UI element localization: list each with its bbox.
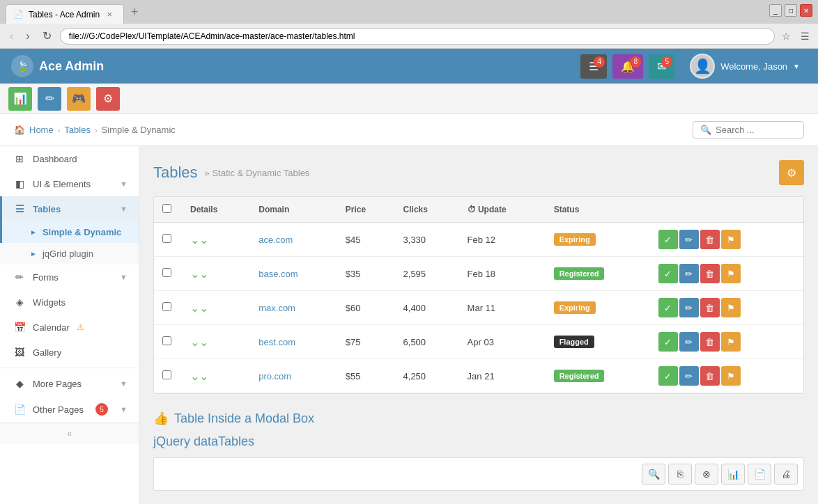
toolbar-btn-game[interactable]: 🎮 (67, 87, 91, 111)
row-clicks-2: 4,400 (395, 291, 459, 325)
row-checkbox-3[interactable] (162, 336, 171, 345)
action-delete-3[interactable]: 🗑 (700, 332, 720, 352)
nav-mail-btn[interactable]: ✉ 5 (649, 54, 674, 79)
page-header: Tables » Static & Dynamic Tables ⚙ (153, 160, 804, 185)
expand-icon-3[interactable]: ⌄⌄ (190, 336, 208, 348)
user-name: Welcome, Jason (720, 61, 787, 72)
toolbar-btn-edit[interactable]: ✏ (38, 87, 61, 111)
action-edit-1[interactable]: ✏ (679, 264, 699, 283)
forward-btn[interactable]: › (22, 27, 33, 45)
action-delete-2[interactable]: 🗑 (700, 298, 720, 317)
action-delete-1[interactable]: 🗑 (700, 264, 720, 283)
action-check-3[interactable]: ✓ (658, 332, 678, 352)
status-badge-2: Expiring (554, 301, 596, 314)
calendar-warning-icon: ⚠ (77, 322, 84, 332)
action-check-1[interactable]: ✓ (658, 264, 678, 283)
action-edit-3[interactable]: ✏ (679, 332, 699, 352)
star-icon[interactable]: ☆ (779, 29, 794, 43)
active-tab[interactable]: 📄 Tables - Ace Admin × (6, 4, 124, 24)
breadcrumb-tables-link[interactable]: Tables (64, 125, 91, 135)
action-flag-1[interactable]: ⚑ (721, 264, 741, 283)
content-layout: ⊞ Dashboard ◧ UI & Elements ▼ ☰ Tables ▼ (0, 146, 818, 504)
win-minimize[interactable]: _ (769, 4, 782, 17)
action-edit-0[interactable]: ✏ (679, 230, 699, 249)
app-container: 🍃 Ace Admin ☰ 4 🔔 8 ✉ 5 👤 Welco (0, 49, 818, 504)
browser-controls-bar: ‹ › ↻ ☆ ☰ (0, 24, 818, 49)
sidebar-item-gallery[interactable]: 🖼 Gallery (0, 340, 139, 365)
row-checkbox-2[interactable] (162, 302, 171, 311)
action-check-2[interactable]: ✓ (658, 298, 678, 317)
dt-print-btn[interactable]: 🖨 (774, 464, 798, 485)
sidebar-item-dashboard[interactable]: ⊞ Dashboard (0, 146, 139, 171)
domain-link-3[interactable]: best.com (258, 337, 295, 347)
datatable-toolbar: 🔍 ⎘ ⊗ 📊 📄 🖨 (153, 457, 804, 491)
page-settings-btn[interactable]: ⚙ (779, 160, 804, 185)
search-input[interactable] (716, 125, 796, 135)
sidebar-item-tables[interactable]: ☰ Tables ▼ (0, 196, 139, 221)
domain-link-0[interactable]: ace.com (258, 235, 293, 245)
user-area[interactable]: 👤 Welcome, Jason ▼ (683, 49, 807, 83)
table-row: ⌄⌄ best.com $75 6,500 Apr 03 Flagged ✓ ✏… (154, 325, 803, 359)
toolbar-btn-chart[interactable]: 📊 (8, 87, 32, 111)
nav-bell-btn[interactable]: 🔔 8 (612, 54, 643, 79)
menu-icon[interactable]: ☰ (798, 29, 812, 43)
sidebar-label-ui-elements: UI & Elements (33, 179, 91, 189)
other-pages-icon: 📄 (13, 404, 26, 415)
toolbar-btn-settings[interactable]: ⚙ (96, 87, 120, 111)
action-flag-4[interactable]: ⚑ (721, 366, 741, 386)
expand-icon-1[interactable]: ⌄⌄ (190, 268, 208, 280)
sidebar-item-calendar[interactable]: 📅 Calendar ⚠ (0, 315, 139, 340)
nav-menu-btn[interactable]: ☰ 4 (580, 54, 607, 79)
breadcrumb-home-link[interactable]: Home (29, 125, 54, 135)
win-close[interactable]: ✕ (800, 4, 812, 17)
row-update-1: Feb 18 (459, 257, 546, 291)
dt-search-btn[interactable]: 🔍 (642, 464, 665, 485)
sidebar-item-widgets[interactable]: ◈ Widgets (0, 290, 139, 315)
sidebar-sub-simple-dynamic[interactable]: ► Simple & Dynamic (0, 221, 139, 243)
row-domain-1: base.com (250, 257, 337, 291)
action-edit-4[interactable]: ✏ (679, 366, 699, 386)
row-actions-2: ✓ ✏ 🗑 ⚑ (650, 291, 803, 325)
action-flag-0[interactable]: ⚑ (721, 230, 741, 249)
sidebar-collapse-btn[interactable]: « (0, 423, 139, 444)
row-checkbox-0[interactable] (162, 234, 171, 243)
back-btn[interactable]: ‹ (6, 27, 17, 45)
action-edit-2[interactable]: ✏ (679, 298, 699, 317)
row-actions-1: ✓ ✏ 🗑 ⚑ (650, 257, 803, 291)
row-status-2: Expiring (546, 291, 650, 325)
sidebar-item-other-pages[interactable]: 📄 Other Pages 5 ▼ (0, 396, 139, 423)
action-flag-3[interactable]: ⚑ (721, 332, 741, 352)
dt-pdf-btn[interactable]: 📄 (748, 464, 771, 485)
select-all-checkbox[interactable] (162, 204, 171, 213)
sidebar-sub-jqgrid[interactable]: ► jqGrid plugin (0, 243, 139, 265)
sidebar-item-more-pages[interactable]: ◆ More Pages ▼ (0, 371, 139, 396)
browser-right-icons: ☆ ☰ (779, 29, 812, 43)
domain-link-4[interactable]: pro.com (258, 371, 291, 381)
tab-close-btn[interactable]: × (107, 9, 112, 19)
breadcrumb: 🏠 Home › Tables › Simple & Dynamic (14, 125, 176, 135)
domain-link-2[interactable]: max.com (258, 303, 295, 313)
action-check-0[interactable]: ✓ (658, 230, 678, 249)
expand-icon-2[interactable]: ⌄⌄ (190, 302, 208, 314)
row-checkbox-4[interactable] (162, 370, 171, 379)
sidebar-item-ui-elements[interactable]: ◧ UI & Elements ▼ (0, 171, 139, 196)
domain-link-1[interactable]: base.com (258, 269, 298, 279)
address-bar[interactable] (60, 28, 775, 45)
breadcrumb-current: Simple & Dynamic (102, 125, 176, 135)
dt-stack-btn[interactable]: ⊗ (695, 464, 718, 485)
row-checkbox-1[interactable] (162, 268, 171, 277)
dt-excel-btn[interactable]: 📊 (721, 464, 745, 485)
row-checkbox-cell (154, 257, 182, 291)
refresh-btn[interactable]: ↻ (38, 26, 56, 45)
new-tab-btn[interactable]: + (124, 1, 146, 24)
expand-icon-0[interactable]: ⌄⌄ (190, 234, 208, 246)
action-delete-4[interactable]: 🗑 (700, 366, 720, 386)
row-domain-3: best.com (250, 325, 337, 359)
action-check-4[interactable]: ✓ (658, 366, 678, 386)
action-delete-0[interactable]: 🗑 (700, 230, 720, 249)
dt-copy-btn[interactable]: ⎘ (668, 464, 692, 485)
action-flag-2[interactable]: ⚑ (721, 298, 741, 317)
win-maximize[interactable]: □ (785, 4, 797, 17)
expand-icon-4[interactable]: ⌄⌄ (190, 370, 208, 382)
sidebar-item-forms[interactable]: ✏ Forms ▼ (0, 265, 139, 290)
